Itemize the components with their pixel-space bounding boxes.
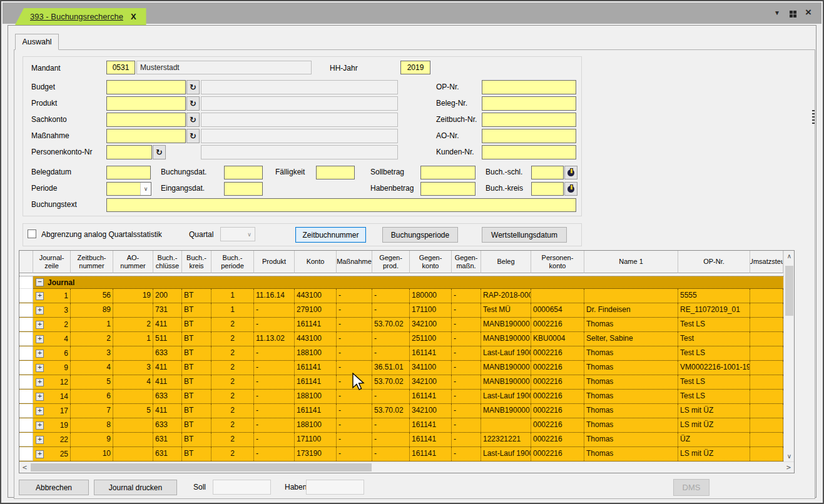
row-selector[interactable] [19,289,33,303]
table-cell[interactable] [750,447,783,461]
table-cell[interactable]: 633 [153,346,182,360]
table-cell[interactable]: 4 [113,375,153,389]
grid-column-header[interactable]: Gegen- konto [410,251,452,273]
table-cell[interactable]: Last-Lauf 1900 [481,346,531,360]
table-row[interactable]: +146633BT2-188100--161141-Last-Lauf 1900… [19,390,783,404]
table-cell[interactable]: 0002216 [531,390,584,403]
table-cell[interactable]: 342100 [410,404,452,418]
produkt-input[interactable] [106,96,186,111]
abbrechen-button[interactable]: Abbrechen [19,480,89,495]
buchungsperiode-button[interactable]: Buchungsperiode [382,227,458,243]
table-cell[interactable]: - [372,433,410,446]
row-selector[interactable] [19,346,33,360]
dms-button[interactable]: DMS [673,479,710,496]
table-cell[interactable]: 2 [211,332,254,346]
table-cell[interactable]: 2 [211,433,254,446]
zeitbuchnummer-button[interactable]: Zeitbuchnummer [295,227,366,243]
table-cell[interactable]: Thomas [584,375,678,389]
table-cell[interactable]: - [337,289,372,303]
haben-input[interactable] [306,480,364,495]
table-cell[interactable]: - [452,303,481,317]
row-expand-button[interactable]: + [36,350,44,358]
personenkonto-input[interactable] [106,145,152,159]
table-cell[interactable]: 161141 [295,375,337,389]
wertstellungsdatum-button[interactable]: Wertstellungsdatum [482,227,567,243]
table-row[interactable]: +421511BT211.13.02443100--251100-MANB190… [19,332,783,346]
table-row[interactable]: +1775411BT2-161141-53.70.02342100-MANB19… [19,404,783,418]
table-cell[interactable]: 0002216 [531,318,584,331]
table-cell[interactable]: 5555 [678,289,750,303]
row-expand-button[interactable]: + [36,321,44,329]
table-cell[interactable] [750,375,783,389]
document-tab[interactable]: 393 - Buchungsrecherche X [15,8,146,25]
table-cell[interactable]: +6 [33,346,71,360]
chevron-down-icon[interactable]: ∨ [244,228,255,241]
layout-grid-icon[interactable] [790,11,796,18]
table-cell[interactable] [531,289,584,303]
row-expand-button[interactable]: + [36,393,44,401]
table-cell[interactable]: 53.70.02 [372,404,410,418]
table-cell[interactable]: 56 [71,289,113,303]
table-cell[interactable]: BT [182,346,211,360]
table-cell[interactable]: 161141 [295,404,337,418]
sachkonto-input[interactable] [106,113,186,127]
belegdatum-input[interactable] [106,166,151,179]
table-row[interactable]: +389731BT1-279100--171100-Test MÜ0000654… [19,303,783,318]
table-cell[interactable]: 122321221 [481,433,531,446]
table-cell[interactable]: - [372,303,410,317]
row-selector[interactable] [19,404,33,418]
table-row[interactable]: +2510631BT2-173190--161141-Last-Lauf 190… [19,447,783,461]
table-cell[interactable]: - [452,375,481,389]
table-cell[interactable]: - [452,390,481,403]
table-cell[interactable]: 171100 [295,433,337,446]
row-selector[interactable] [19,303,33,317]
table-cell[interactable]: Test LS [678,318,750,331]
grid-column-header[interactable]: Gegen- prod. [372,251,410,273]
sachkonto-lookup-button[interactable]: ↻ [186,113,200,127]
table-cell[interactable]: 4 [71,361,113,375]
scroll-left-icon[interactable]: < [19,462,30,473]
table-cell[interactable]: 10 [71,447,113,461]
table-cell[interactable]: 279100 [295,303,337,317]
table-cell[interactable]: KBU0004 [531,332,584,346]
table-cell[interactable]: BT [182,289,211,303]
row-selector[interactable] [19,390,33,403]
tab-close-icon[interactable]: X [131,12,136,21]
journal-drucken-button[interactable]: Journal drucken [94,480,177,495]
horizontal-scroll-thumb[interactable] [31,463,372,471]
table-cell[interactable]: 19 [113,289,153,303]
table-row[interactable]: +943411BT2-161141-36.51.01341100-MANB190… [19,361,783,375]
produkt-lookup-button[interactable]: ↻ [186,96,200,111]
chevron-down-icon[interactable]: ∨ [140,183,151,195]
buch-kreis-input[interactable] [531,182,564,196]
table-cell[interactable]: - [452,404,481,418]
table-cell[interactable]: 161141 [295,318,337,331]
table-cell[interactable] [750,303,783,317]
table-cell[interactable]: - [337,447,372,461]
table-cell[interactable]: - [452,318,481,331]
table-cell[interactable]: BT [182,318,211,331]
table-cell[interactable]: - [452,346,481,360]
eingangsdat-input[interactable] [224,182,263,196]
table-cell[interactable]: 2 [211,418,254,432]
table-cell[interactable]: - [372,289,410,303]
table-cell[interactable]: 3 [113,361,153,375]
row-expand-button[interactable]: + [36,335,44,343]
table-cell[interactable]: 5 [113,404,153,418]
table-cell[interactable]: - [254,361,295,375]
soll-input[interactable] [213,480,271,495]
table-row[interactable]: +15619200BT111.16.14443100--180000-RAP-2… [19,289,783,303]
table-cell[interactable]: Test LS [678,375,750,389]
grid-column-header[interactable]: Name 1 [584,251,678,273]
table-cell[interactable]: - [254,303,295,317]
row-expand-button[interactable]: + [36,421,44,430]
table-cell[interactable]: 443100 [295,289,337,303]
table-cell[interactable]: 173190 [295,447,337,461]
ao-nr-input[interactable] [482,129,576,143]
table-cell[interactable]: +4 [33,332,71,346]
table-cell[interactable]: 0000654 [531,303,584,317]
table-cell[interactable]: 2 [211,346,254,360]
table-cell[interactable]: Thomas [584,418,678,432]
table-cell[interactable]: Dr. Findeisen [584,303,678,317]
table-cell[interactable]: 53.70.02 [372,375,410,389]
